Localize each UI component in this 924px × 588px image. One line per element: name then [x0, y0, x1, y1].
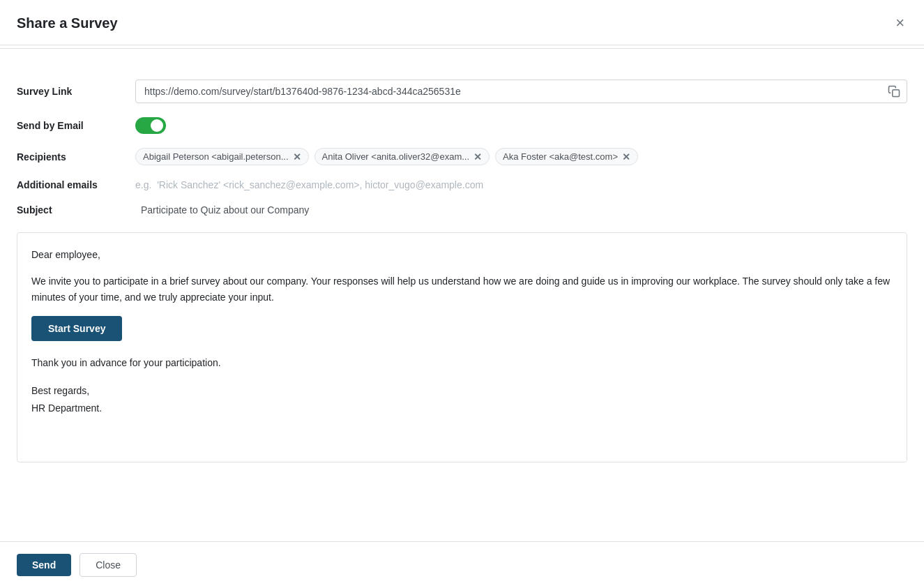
recipient-remove-button[interactable]: ✕ — [474, 152, 482, 162]
additional-emails-row: Additional emails — [17, 179, 907, 190]
send-by-email-row: Send by Email — [17, 117, 907, 134]
close-icon: × — [895, 15, 904, 31]
email-sign-off: Best regards, HR Department. — [31, 382, 893, 417]
recipient-name: Anita Oliver <anita.oliver32@exam... — [322, 151, 470, 162]
subject-row: Subject Participate to Quiz about our Co… — [17, 204, 907, 216]
sign-off-line1: Best regards, — [31, 385, 89, 396]
recipients-wrapper: Abigail Peterson <abigail.peterson... ✕ … — [135, 148, 907, 165]
close-button[interactable]: Close — [79, 553, 137, 577]
toggle-slider — [135, 117, 166, 134]
survey-link-input-wrapper — [135, 80, 907, 103]
subject-value: Participate to Quiz about our Company — [141, 204, 309, 216]
email-paragraph: We invite you to participate in a brief … — [31, 273, 893, 305]
additional-emails-label: Additional emails — [17, 179, 135, 190]
survey-link-input[interactable] — [135, 80, 907, 103]
recipient-remove-button[interactable]: ✕ — [622, 152, 630, 162]
share-survey-modal: Share a Survey × Survey Link Send by Ema… — [0, 0, 924, 588]
modal-body: Survey Link Send by Email Recipient — [0, 63, 924, 541]
copy-link-button[interactable] — [888, 85, 900, 98]
recipient-tag: Abigail Peterson <abigail.peterson... ✕ — [135, 148, 309, 165]
email-thank-you: Thank you in advance for your participat… — [31, 355, 893, 370]
recipients-row: Recipients Abigail Peterson <abigail.pet… — [17, 148, 907, 165]
recipients-label: Recipients — [17, 151, 135, 163]
start-survey-button[interactable]: Start Survey — [31, 316, 122, 341]
recipient-name: Abigail Peterson <abigail.peterson... — [143, 151, 289, 162]
modal-footer: Send Close — [0, 541, 924, 588]
sign-off-line2: HR Department. — [31, 402, 102, 414]
header-divider — [0, 48, 924, 49]
recipient-name: Aka Foster <aka@test.com> — [503, 151, 618, 162]
recipient-tag: Aka Foster <aka@test.com> ✕ — [495, 148, 638, 165]
recipient-tag: Anita Oliver <anita.oliver32@exam... ✕ — [315, 148, 490, 165]
copy-icon — [888, 85, 900, 98]
modal-title: Share a Survey — [17, 15, 118, 31]
send-button[interactable]: Send — [17, 554, 71, 576]
send-by-email-label: Send by Email — [17, 120, 135, 131]
svg-rect-0 — [893, 90, 900, 97]
recipient-remove-button[interactable]: ✕ — [293, 152, 301, 162]
survey-link-label: Survey Link — [17, 86, 135, 97]
send-by-email-toggle[interactable] — [135, 117, 166, 134]
subject-label: Subject — [17, 204, 135, 216]
email-greeting: Dear employee, — [31, 247, 893, 262]
additional-emails-input[interactable] — [135, 179, 907, 190]
email-body-wrapper: Dear employee, We invite you to particip… — [17, 232, 907, 462]
survey-link-row: Survey Link — [17, 80, 907, 103]
modal-header: Share a Survey × — [0, 0, 924, 45]
close-modal-button[interactable]: × — [893, 13, 907, 33]
